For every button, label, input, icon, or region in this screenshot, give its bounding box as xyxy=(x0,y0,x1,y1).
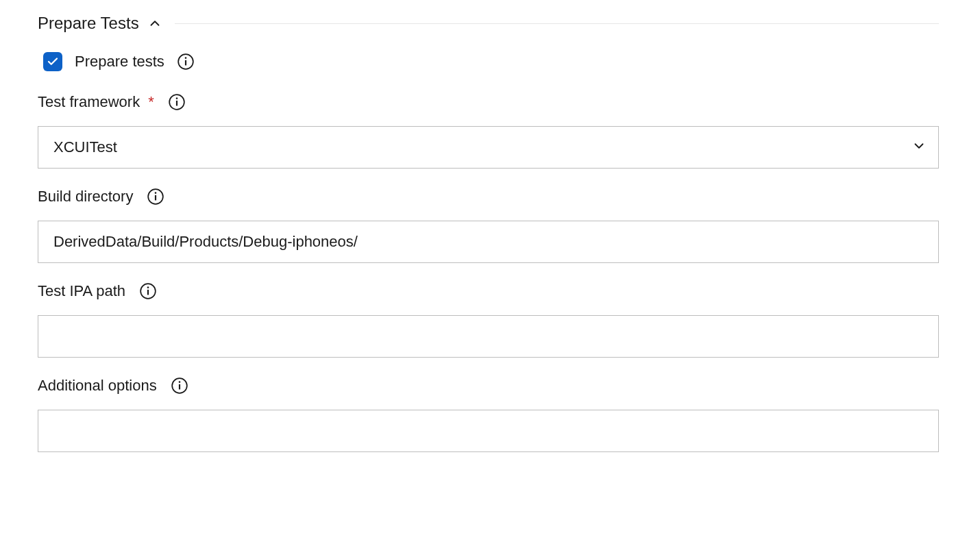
info-icon[interactable] xyxy=(171,377,188,395)
field-label-row: Test IPA path xyxy=(38,282,939,300)
required-asterisk: * xyxy=(148,93,154,110)
test-ipa-path-field: Test IPA path xyxy=(38,282,939,358)
prepare-tests-section: Prepare Tests Prepare tests Test framewo xyxy=(0,0,980,485)
test-framework-field: Test framework * XCUITest xyxy=(38,93,939,169)
info-icon[interactable] xyxy=(177,53,195,71)
field-label-row: Build directory xyxy=(38,188,939,206)
chevron-up-icon xyxy=(147,16,162,31)
additional-options-field: Additional options xyxy=(38,377,939,452)
svg-point-11 xyxy=(147,286,149,288)
build-directory-label: Build directory xyxy=(38,188,133,206)
test-ipa-path-input[interactable] xyxy=(38,315,939,358)
svg-point-8 xyxy=(155,192,157,194)
select-value: XCUITest xyxy=(53,138,117,156)
svg-point-5 xyxy=(176,97,178,99)
section-header[interactable]: Prepare Tests xyxy=(38,14,939,33)
test-framework-select-wrapper: XCUITest xyxy=(38,126,939,169)
test-framework-select[interactable]: XCUITest xyxy=(38,126,939,169)
field-label-row: Additional options xyxy=(38,377,939,395)
build-directory-input[interactable] xyxy=(38,221,939,263)
svg-point-14 xyxy=(178,381,180,383)
prepare-tests-checkbox[interactable] xyxy=(43,52,62,71)
prepare-tests-row: Prepare tests xyxy=(38,52,939,71)
section-title: Prepare Tests xyxy=(38,14,139,33)
test-framework-label: Test framework * xyxy=(38,93,154,111)
test-ipa-path-label: Test IPA path xyxy=(38,282,125,300)
info-icon[interactable] xyxy=(139,282,157,300)
info-icon[interactable] xyxy=(168,93,186,111)
info-icon[interactable] xyxy=(147,188,164,206)
build-directory-field: Build directory xyxy=(38,188,939,263)
svg-point-2 xyxy=(185,57,187,59)
header-divider xyxy=(175,23,939,24)
additional-options-input[interactable] xyxy=(38,410,939,452)
additional-options-label: Additional options xyxy=(38,377,157,395)
field-label-row: Test framework * xyxy=(38,93,939,111)
prepare-tests-label: Prepare tests xyxy=(75,53,164,71)
label-text: Test framework xyxy=(38,93,140,110)
